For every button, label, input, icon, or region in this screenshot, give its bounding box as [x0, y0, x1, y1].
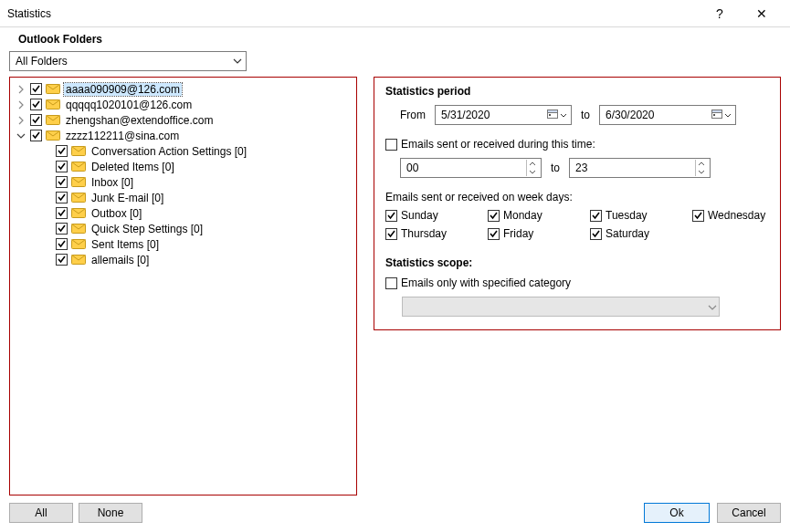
- tree-folder-row[interactable]: Deleted Items [0]: [39, 159, 353, 174]
- tree-folder-label: Conversation Action Settings [0]: [90, 145, 248, 158]
- tree-account-row[interactable]: aaaa090909@126.com: [14, 81, 353, 97]
- tree-account-row[interactable]: zzzz112211@sina.com: [14, 128, 353, 143]
- tree-folder-label: Inbox [0]: [90, 176, 135, 189]
- weekday-checkbox[interactable]: [385, 228, 397, 240]
- date-to-input[interactable]: 6/30/2020: [599, 105, 736, 125]
- none-button[interactable]: None: [79, 503, 142, 523]
- mail-folder-icon: [71, 223, 86, 235]
- expand-icon[interactable]: [16, 115, 26, 126]
- weekday-label: Monday: [503, 209, 542, 222]
- time-to-label: to: [551, 162, 560, 174]
- spin-down-icon[interactable]: [695, 168, 706, 176]
- collapse-icon[interactable]: [16, 130, 26, 141]
- tree-account-label: zzzz112211@sina.com: [64, 130, 181, 142]
- tree-folder-label: Sent Items [0]: [90, 238, 161, 251]
- svg-rect-16: [712, 110, 722, 112]
- weekday-wednesday-checkbox[interactable]: Wednesday: [692, 209, 769, 222]
- weekday-label: Wednesday: [708, 209, 765, 222]
- tree-folder-row[interactable]: Inbox [0]: [39, 174, 353, 190]
- all-button[interactable]: All: [9, 503, 73, 523]
- tree-folder-row[interactable]: Outbox [0]: [39, 205, 353, 221]
- weekday-sunday-checkbox[interactable]: Sunday: [385, 209, 462, 222]
- chevron-down-icon: [708, 300, 717, 313]
- time-from-input[interactable]: 00: [400, 158, 542, 178]
- tree-folder-row[interactable]: allemails [0]: [39, 252, 353, 267]
- tree-folder-row[interactable]: Quick Step Settings [0]: [39, 221, 353, 236]
- weekday-checkbox[interactable]: [488, 228, 500, 240]
- folder-checkbox[interactable]: [30, 99, 42, 110]
- tree-account-label: qqqqq1020101@126.com: [64, 99, 194, 111]
- from-label: From: [400, 109, 426, 121]
- tree-folder-row[interactable]: Conversation Action Settings [0]: [39, 143, 353, 159]
- weekday-checkbox[interactable]: [488, 210, 500, 222]
- folder-dropdown[interactable]: All Folders: [9, 51, 247, 71]
- svg-rect-14: [549, 114, 551, 116]
- folder-checkbox[interactable]: [56, 254, 68, 266]
- tree-folder-row[interactable]: Junk E-mail [0]: [39, 190, 353, 205]
- time-from-value: 00: [406, 162, 418, 174]
- weekday-friday-checkbox[interactable]: Friday: [488, 227, 564, 240]
- weekday-saturday-checkbox[interactable]: Saturday: [590, 227, 667, 240]
- calendar-icon: [711, 109, 722, 122]
- expand-icon[interactable]: [16, 84, 26, 95]
- category-combo[interactable]: [402, 297, 720, 317]
- folder-checkbox[interactable]: [56, 145, 68, 157]
- tree-account-row[interactable]: qqqqq1020101@126.com: [14, 97, 353, 112]
- weekday-checkbox[interactable]: [590, 210, 602, 222]
- mail-folder-icon: [46, 83, 60, 95]
- mail-folder-icon: [46, 130, 60, 141]
- mail-folder-icon: [71, 207, 86, 219]
- folder-checkbox[interactable]: [30, 130, 42, 141]
- weekday-tuesday-checkbox[interactable]: Tuesday: [590, 209, 667, 222]
- weekday-checkbox[interactable]: [692, 210, 704, 222]
- time-filter-checkbox[interactable]: Emails sent or received during this time…: [385, 138, 595, 151]
- folder-checkbox[interactable]: [56, 238, 68, 250]
- date-from-value: 5/31/2020: [441, 109, 490, 121]
- category-filter-checkbox[interactable]: Emails only with specified category: [385, 276, 571, 289]
- svg-rect-13: [548, 110, 558, 112]
- folder-checkbox[interactable]: [30, 114, 42, 126]
- statistics-period-heading: Statistics period: [385, 85, 769, 98]
- weekday-label: Thursday: [401, 227, 447, 240]
- expand-icon[interactable]: [16, 99, 26, 110]
- mail-folder-icon: [46, 99, 60, 110]
- weekday-monday-checkbox[interactable]: Monday: [488, 209, 564, 222]
- statistics-scope-heading: Statistics scope:: [385, 256, 769, 269]
- weekday-thursday-checkbox[interactable]: Thursday: [385, 227, 462, 240]
- calendar-icon: [547, 109, 558, 122]
- folder-checkbox[interactable]: [56, 192, 68, 203]
- date-from-input[interactable]: 5/31/2020: [435, 105, 572, 125]
- mail-folder-icon: [71, 238, 86, 250]
- help-button[interactable]: ?: [699, 0, 741, 27]
- spin-down-icon[interactable]: [526, 168, 537, 176]
- folder-checkbox[interactable]: [56, 207, 68, 219]
- to-label: to: [581, 109, 590, 121]
- spin-up-icon[interactable]: [695, 160, 706, 168]
- chevron-down-icon: [724, 109, 732, 121]
- category-filter-label: Emails only with specified category: [401, 276, 571, 289]
- tree-folder-row[interactable]: Sent Items [0]: [39, 236, 353, 252]
- mail-folder-icon: [71, 145, 86, 157]
- weekdays-label: Emails sent or received on week days:: [385, 191, 769, 203]
- folder-checkbox[interactable]: [56, 223, 68, 235]
- folder-checkbox[interactable]: [56, 161, 68, 172]
- mail-folder-icon: [71, 176, 86, 188]
- weekday-checkbox[interactable]: [385, 210, 397, 222]
- tree-account-row[interactable]: zhengshan@extendoffice.com: [14, 112, 353, 128]
- weekday-label: Tuesday: [606, 209, 648, 222]
- ok-button[interactable]: Ok: [644, 503, 710, 523]
- time-to-input[interactable]: 23: [569, 158, 711, 178]
- folder-checkbox[interactable]: [56, 176, 68, 188]
- svg-rect-17: [713, 114, 715, 116]
- tree-folder-label: Junk E-mail [0]: [90, 192, 165, 204]
- close-icon: ✕: [756, 6, 767, 21]
- folder-checkbox[interactable]: [30, 83, 42, 95]
- cancel-button[interactable]: Cancel: [717, 503, 781, 523]
- close-button[interactable]: ✕: [741, 0, 783, 27]
- mail-folder-icon: [71, 192, 86, 203]
- spin-up-icon[interactable]: [526, 160, 537, 168]
- weekday-checkbox[interactable]: [590, 228, 602, 240]
- folder-tree[interactable]: aaaa090909@126.comqqqqq1020101@126.comzh…: [9, 77, 357, 495]
- time-filter-label: Emails sent or received during this time…: [401, 138, 595, 151]
- tree-account-label: zhengshan@extendoffice.com: [64, 114, 215, 127]
